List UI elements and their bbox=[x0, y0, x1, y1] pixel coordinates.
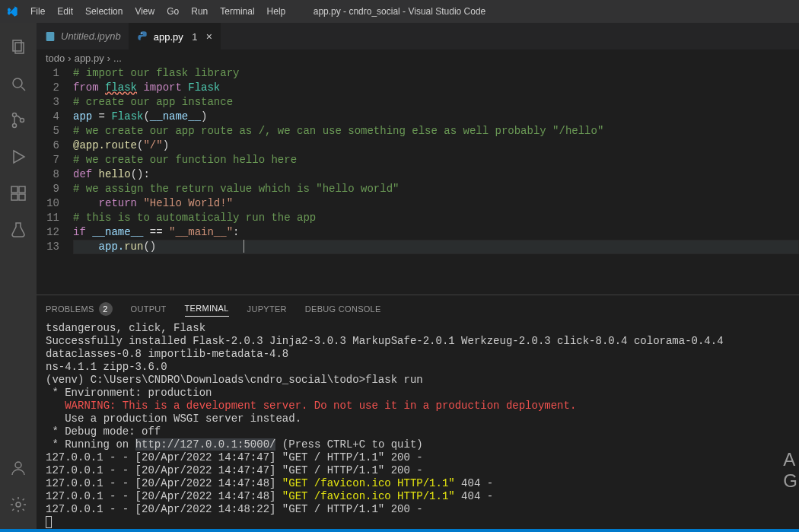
svg-rect-1 bbox=[15, 43, 24, 53]
menu-file[interactable]: File bbox=[24, 3, 51, 20]
editor-tabs: Untitled.ipynbapp.py1× bbox=[37, 23, 799, 49]
svg-rect-0 bbox=[13, 40, 21, 51]
panel-tab-output[interactable]: OUTPUT bbox=[131, 301, 167, 317]
terminal-line: 127.0.0.1 - - [20/Apr/2022 14:47:48] "GE… bbox=[46, 490, 790, 503]
menu-help[interactable]: Help bbox=[261, 3, 292, 20]
run-debug-icon[interactable] bbox=[0, 139, 37, 175]
line-numbers: 12345678910111213 bbox=[37, 66, 73, 295]
svg-rect-10 bbox=[19, 194, 25, 200]
search-icon[interactable] bbox=[0, 65, 37, 102]
panel-tabs: PROBLEMS2 OUTPUT TERMINAL JUPYTER DEBUG … bbox=[37, 295, 799, 322]
svg-point-4 bbox=[13, 113, 17, 117]
terminal-line: Successfully installed Flask-2.0.3 Jinja… bbox=[46, 335, 790, 361]
notebook-icon bbox=[44, 30, 56, 43]
svg-point-2 bbox=[13, 78, 22, 88]
chevron-right-icon: › bbox=[107, 53, 110, 64]
terminal-line: tsdangerous, click, Flask bbox=[46, 322, 790, 335]
python-icon bbox=[137, 30, 149, 43]
svg-point-5 bbox=[13, 124, 17, 128]
menu-selection[interactable]: Selection bbox=[79, 3, 129, 20]
menu-terminal[interactable]: Terminal bbox=[214, 3, 260, 20]
menu-view[interactable]: View bbox=[129, 3, 161, 20]
terminal-line: * Running on http://127.0.0.1:5000/ (Pre… bbox=[46, 438, 790, 451]
menu-edit[interactable]: Edit bbox=[51, 3, 79, 20]
window-title: app.py - cndro_social - Visual Studio Co… bbox=[314, 6, 486, 17]
svg-rect-7 bbox=[11, 186, 18, 193]
tab-label: Untitled.ipynb bbox=[61, 30, 121, 42]
menu-bar: FileEditSelectionViewGoRunTerminalHelp bbox=[24, 3, 291, 20]
panel-tab-terminal[interactable]: TERMINAL bbox=[185, 301, 229, 317]
tab-label: app.py bbox=[154, 31, 183, 43]
explorer-icon[interactable] bbox=[0, 29, 37, 65]
bottom-panel: PROBLEMS2 OUTPUT TERMINAL JUPYTER DEBUG … bbox=[37, 295, 799, 529]
settings-gear-icon[interactable] bbox=[0, 486, 37, 523]
terminal-line: (venv) C:\Users\CNDRO\Downloads\cndro_so… bbox=[46, 374, 790, 387]
breadcrumb-item[interactable]: app.py bbox=[75, 53, 104, 64]
terminal-cursor bbox=[46, 516, 790, 529]
accounts-icon[interactable] bbox=[0, 450, 37, 486]
terminal-line: WARNING: This is a development server. D… bbox=[46, 400, 790, 413]
close-icon[interactable]: × bbox=[206, 30, 212, 43]
svg-rect-9 bbox=[19, 186, 25, 193]
extensions-icon[interactable] bbox=[0, 175, 37, 212]
activity-bar bbox=[0, 23, 37, 529]
svg-point-12 bbox=[16, 502, 21, 507]
panel-tab-jupyter[interactable]: JUPYTER bbox=[247, 301, 287, 317]
testing-icon[interactable] bbox=[0, 212, 37, 248]
svg-point-11 bbox=[15, 462, 21, 468]
terminal-line: ns-4.1.1 zipp-3.6.0 bbox=[46, 361, 790, 374]
terminal-line: 127.0.0.1 - - [20/Apr/2022 14:47:47] "GE… bbox=[46, 464, 790, 477]
right-edge-text: AG bbox=[783, 449, 797, 492]
breadcrumb-item[interactable]: ... bbox=[113, 53, 122, 64]
chevron-right-icon: › bbox=[68, 53, 71, 64]
panel-tab-problems[interactable]: PROBLEMS2 bbox=[46, 299, 113, 319]
menu-go[interactable]: Go bbox=[161, 3, 185, 20]
breadcrumbs[interactable]: todo›app.py›... bbox=[37, 49, 799, 66]
svg-rect-8 bbox=[11, 194, 18, 200]
status-bar[interactable] bbox=[0, 529, 799, 532]
code-content[interactable]: # import our flask libraryfrom flask imp… bbox=[73, 66, 799, 295]
svg-line-3 bbox=[21, 87, 25, 91]
code-editor[interactable]: 12345678910111213 # import our flask lib… bbox=[37, 66, 799, 295]
panel-tab-debug[interactable]: DEBUG CONSOLE bbox=[305, 301, 381, 317]
svg-point-6 bbox=[21, 119, 24, 123]
tab-app-py[interactable]: app.py1× bbox=[129, 23, 221, 49]
problems-badge: 2 bbox=[99, 302, 113, 316]
terminal-line: * Environment: production bbox=[46, 387, 790, 400]
modified-indicator: 1 bbox=[188, 31, 202, 43]
tab-untitled-ipynb[interactable]: Untitled.ipynb bbox=[37, 23, 129, 49]
titlebar: FileEditSelectionViewGoRunTerminalHelp a… bbox=[0, 0, 799, 23]
breadcrumb-item[interactable]: todo bbox=[46, 53, 65, 64]
menu-run[interactable]: Run bbox=[185, 3, 214, 20]
terminal-line: 127.0.0.1 - - [20/Apr/2022 14:48:22] "GE… bbox=[46, 503, 790, 516]
terminal-url[interactable]: http://127.0.0.1:5000/ bbox=[135, 438, 276, 451]
terminal-line: * Debug mode: off bbox=[46, 425, 790, 438]
terminal-line: Use a production WSGI server instead. bbox=[46, 413, 790, 425]
terminal-line: 127.0.0.1 - - [20/Apr/2022 14:47:48] "GE… bbox=[46, 477, 790, 490]
vscode-logo-icon bbox=[6, 5, 18, 18]
svg-rect-13 bbox=[46, 32, 55, 41]
source-control-icon[interactable] bbox=[0, 102, 37, 139]
terminal-line: 127.0.0.1 - - [20/Apr/2022 14:47:47] "GE… bbox=[46, 451, 790, 464]
svg-point-14 bbox=[141, 33, 142, 33]
terminal-output[interactable]: tsdangerous, click, FlaskSuccessfully in… bbox=[37, 322, 799, 529]
